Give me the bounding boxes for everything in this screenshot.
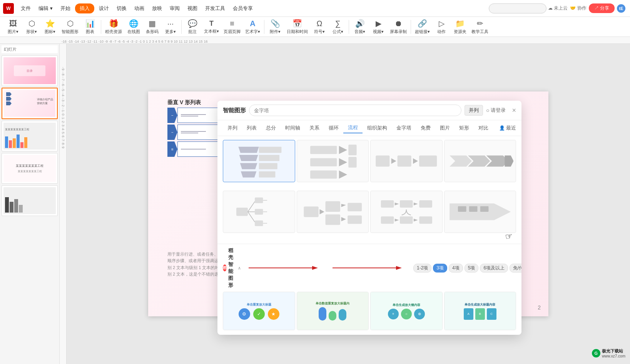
svg-marker-60	[396, 266, 402, 270]
shape-cell-6[interactable]	[297, 191, 369, 233]
tool-hyperlink[interactable]: 🔗 超链接▾	[413, 18, 431, 35]
tab-image[interactable]: 图片	[435, 123, 455, 133]
menu-design[interactable]: 设计	[96, 3, 112, 13]
tab-list[interactable]: 列表	[242, 123, 261, 133]
premium-shape-4[interactable]: 单击生成放大标题内容 A B C	[444, 292, 516, 330]
svg-rect-54	[458, 206, 466, 212]
tool-shape[interactable]: ⬡ 形状▾	[23, 18, 40, 35]
tool-barcode[interactable]: ▦ 条形码	[144, 18, 160, 35]
premium-icon: 稻	[223, 264, 227, 271]
tool-douke-resource[interactable]: 🎁 稻壳资源	[104, 18, 124, 35]
menu-file[interactable]: 文件	[18, 3, 34, 13]
filter-3[interactable]: 3项	[433, 264, 447, 273]
svg-marker-9	[339, 146, 347, 154]
tool-attachment[interactable]: 📎 附件▾	[267, 18, 284, 35]
menu-view[interactable]: 视图	[184, 3, 201, 13]
popup-toggle-btn[interactable]: 并列	[465, 105, 483, 116]
premium-expand-icon[interactable]: ∧	[238, 266, 241, 271]
cloud-btn[interactable]: ☁ 未上云	[548, 5, 568, 12]
menu-vip[interactable]: 会员专享	[230, 3, 256, 13]
tool-online-diagram[interactable]: 🌐 在线图	[125, 18, 142, 35]
shape-cell-2[interactable]	[297, 140, 369, 182]
svg-marker-49	[395, 219, 399, 221]
collab-btn[interactable]: 🤝 协作	[570, 5, 586, 12]
smart-shape-popup: 智能图形 并列 ○ 请登录 × 并列 列表 总分 时间轴 关系 循环 流程 组织…	[217, 101, 521, 335]
menu-review[interactable]: 审阅	[167, 3, 183, 13]
tab-org[interactable]: 组织架构	[363, 123, 392, 133]
tool-textbox[interactable]: T 文本框▾	[202, 19, 221, 35]
tab-total[interactable]: 总分	[261, 123, 281, 133]
popup-search-input[interactable]	[249, 105, 461, 116]
tab-rect[interactable]: 矩形	[455, 123, 474, 133]
horizontal-ruler: -16 -15 -14 -13 -12 -11 -10 -9 -8 -7 -6 …	[0, 37, 630, 44]
shape-cell-1[interactable]	[223, 140, 295, 182]
user-avatar[interactable]: tE	[617, 4, 625, 13]
shape-cell-8[interactable]	[444, 191, 516, 233]
tab-cycle[interactable]: 循环	[324, 123, 343, 133]
filter-6plus[interactable]: 6项及以上	[480, 264, 508, 273]
slide-thumb-2[interactable]: 详细介绍产品 营销方案	[2, 88, 58, 119]
menu-start[interactable]: 开始	[57, 3, 74, 13]
popup-login-btn[interactable]: ○ 请登录	[486, 107, 506, 114]
tool-header-footer[interactable]: ≡ 页眉页脚	[222, 18, 242, 35]
tool-formula[interactable]: ∑ 公式▾	[329, 18, 346, 35]
slide-thumb-4[interactable]: 某某某某某某某工程 某某某某某某某工程	[2, 153, 58, 184]
svg-rect-33	[255, 220, 263, 226]
slide-thumb-1[interactable]: 目录	[2, 55, 58, 86]
tool-video[interactable]: ▶ 视频▾	[370, 18, 387, 35]
tool-wordart[interactable]: A 艺术字▾	[244, 18, 262, 35]
premium-shape-1[interactable]: 单击重复放大标题 ⚙ ✓ ★	[223, 292, 295, 330]
share-btn[interactable]: ↗ 分享	[589, 3, 615, 13]
filter-4[interactable]: 4项	[449, 264, 463, 273]
tool-resource-folder[interactable]: 📁 资源夹	[451, 18, 468, 35]
svg-rect-50	[400, 216, 413, 224]
menu-animation[interactable]: 动画	[131, 3, 147, 13]
shape-cell-5[interactable]	[223, 191, 295, 233]
shape-cell-7[interactable]	[370, 191, 443, 233]
tool-teaching[interactable]: ✏ 教学工具	[470, 18, 490, 35]
tool-screen-record[interactable]: ⏺ 屏幕录制	[388, 18, 408, 35]
tool-smart-shape[interactable]: ⬡ 智能图形	[60, 18, 80, 35]
svg-rect-7	[259, 171, 276, 178]
popup-close-btn[interactable]: ×	[512, 106, 516, 115]
premium-shape-2[interactable]: 单击数值重复放大标题内	[297, 292, 369, 330]
slide-thumb-5[interactable]	[2, 185, 58, 216]
menu-edit[interactable]: 编辑 ▾	[35, 3, 56, 13]
tab-timeline[interactable]: 时间轴	[281, 123, 305, 133]
premium-shape-3[interactable]: 单击生成放大镜内容 + ○ ⊕	[370, 292, 443, 330]
svg-marker-17	[391, 158, 396, 164]
tab-parallel[interactable]: 并列	[223, 123, 242, 133]
tool-audio[interactable]: 🔊 音频▾	[351, 18, 368, 35]
svg-marker-0	[238, 147, 259, 153]
filter-1-2[interactable]: 1-2项	[413, 264, 431, 273]
shape-cell-4[interactable]	[444, 140, 516, 182]
filter-free-paid[interactable]: 免/付费 ▾	[510, 264, 521, 273]
tab-relation[interactable]: 关系	[305, 123, 324, 133]
premium-section: 稻 稻壳智能图形 ∧ 1-2项 3项 4项	[217, 244, 521, 290]
svg-rect-11	[310, 158, 337, 166]
menu-developer[interactable]: 开发工具	[202, 3, 228, 13]
toolbar-divider-3	[264, 20, 264, 34]
tab-pyramid[interactable]: 金字塔	[392, 123, 416, 133]
filter-5[interactable]: 5项	[465, 264, 479, 273]
tool-picture[interactable]: 🖼 图片▾	[5, 18, 22, 35]
popup-recent-btn[interactable]: 👤 最近	[499, 125, 516, 131]
svg-rect-25	[236, 208, 248, 216]
svg-rect-18	[398, 156, 411, 167]
tool-more[interactable]: ··· 更多▾	[162, 18, 179, 35]
tool-symbol[interactable]: Ω 符号▾	[311, 18, 328, 35]
tool-action[interactable]: ▷ 动作	[433, 18, 450, 35]
menu-insert[interactable]: 插入	[75, 3, 94, 13]
tool-icon[interactable]: ⭐ 图标▾	[42, 18, 58, 35]
slide-thumb-3[interactable]: 某某某某某某某工程	[2, 121, 58, 151]
tab-free[interactable]: 免费	[416, 123, 435, 133]
tool-date-time[interactable]: 📅 日期和时间	[285, 18, 309, 35]
menu-transition[interactable]: 切换	[114, 3, 130, 13]
tool-comment[interactable]: 💬 批注	[184, 18, 201, 35]
shape-cell-3[interactable]	[370, 140, 443, 182]
tab-flow[interactable]: 流程	[343, 123, 363, 133]
top-search-input[interactable]	[489, 3, 546, 13]
tab-compare[interactable]: 对比	[474, 123, 493, 133]
menu-slideshow[interactable]: 放映	[149, 3, 165, 13]
tool-chart[interactable]: 📊 图表	[82, 18, 99, 35]
